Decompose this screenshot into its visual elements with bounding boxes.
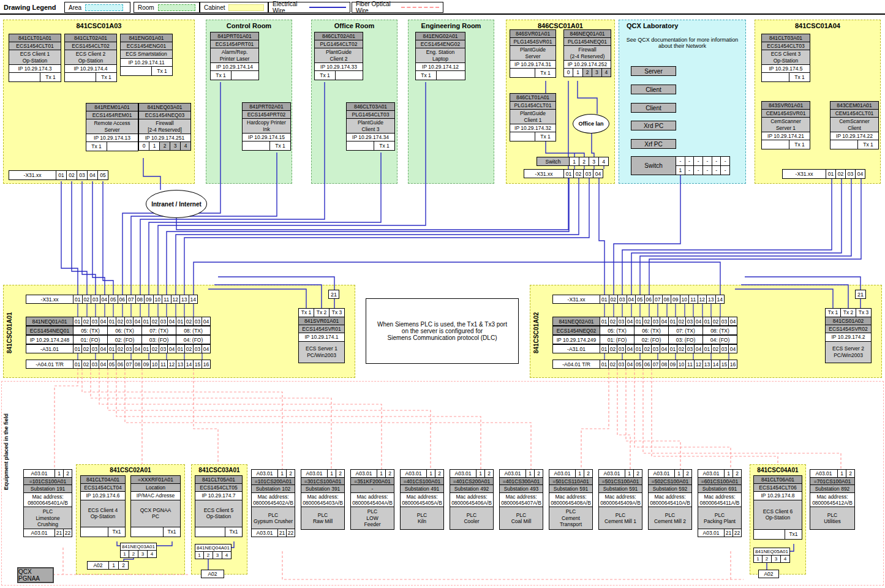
port-cell: 02 <box>116 344 125 353</box>
port-cell: 04 <box>729 344 737 353</box>
device-ip: IP 10.29.174.2 <box>826 333 871 341</box>
port-cell: - <box>685 156 695 166</box>
port-cell: 03 <box>686 344 695 353</box>
plc-box: A03.0112 =401CS200A01 Substation 492 Mac… <box>450 469 494 530</box>
plc-header-label: A03.01 <box>549 470 575 477</box>
port-cell: 4 <box>781 556 790 563</box>
a04-bar-right: -A04.01 T/R 0102030405060708091011121314… <box>552 360 737 369</box>
switch-a31-row-left: -A31.01 01020304010203040102030401020304 <box>26 344 211 353</box>
plc-header-port: 1 <box>625 470 633 477</box>
port-cell: 01 <box>142 344 151 353</box>
port-cell: 09 <box>142 360 151 369</box>
xbar-841csc01a04: -X31.xx 01020304 <box>782 169 865 179</box>
port-cell: 11 <box>689 295 698 304</box>
port-cell: 02 <box>677 317 686 326</box>
device-841svr01a01-server1: Tx 1Tx 2Tx 3 841SVR01A01 ECS1454SVR01 IP… <box>298 308 345 363</box>
tx-port: Tx 2 <box>314 309 329 317</box>
device-ip: IP 10.29.174.15 <box>243 134 290 141</box>
device-name: ECS Server 1 PC/Win2003 <box>299 342 344 363</box>
legend-electrical: Electrical Wire <box>268 2 350 13</box>
device-id: 843CEM01A01 <box>830 102 878 110</box>
switch-ports-row-left: 841NEQ01A01 0102030401020304010203040102… <box>26 317 211 326</box>
plc-substation: Substation 892 <box>810 484 855 493</box>
plc-header-label: A03.01 <box>252 470 277 477</box>
port-cell: 04 <box>626 360 635 369</box>
fo-group-cell: 02: (FO) <box>635 335 669 344</box>
plc-box: A03.0112 =101CS100A01 Substation 191 Mac… <box>23 469 72 537</box>
port-cell: - <box>721 156 730 166</box>
port-cell: 05 <box>109 295 118 304</box>
plc-header-label: A03.01 <box>698 470 724 477</box>
port-cell: 4 <box>599 157 609 166</box>
port-cell: 01 <box>56 170 67 180</box>
device-ip: IP 10.29.174.33 <box>315 63 363 71</box>
port-cell: 13 <box>707 295 716 304</box>
firewall-port: 2 <box>159 142 170 150</box>
device-tag: ECS1454NEQ03 <box>139 111 190 119</box>
port-cell: 08 <box>663 295 672 304</box>
device-id: 846CLT02A01 <box>315 32 363 40</box>
tx-port: Tx1 <box>225 527 242 537</box>
port-cell: 03 <box>617 317 626 326</box>
a31-label: -A31.01 <box>552 344 600 353</box>
port-cell: 04 <box>100 295 110 304</box>
port-cell: 04 <box>856 169 865 179</box>
plc-substation: Substation 591 <box>598 484 642 493</box>
plc-footer-port: 22 <box>63 529 72 537</box>
port-cell: 1 <box>195 552 204 559</box>
fo-group-cell: 04: (FO) <box>176 335 211 344</box>
qcx-server: Server <box>631 66 676 76</box>
xbar-label: -X31.xx <box>9 170 56 180</box>
port-cell: 04 <box>168 344 176 353</box>
blank-cell <box>243 141 269 150</box>
port-cell: 03 <box>91 360 99 369</box>
plc-box: A03.0112 =351KF200A01 - Mac address: 080… <box>350 469 394 530</box>
tx-port: Tx 1 <box>40 73 61 81</box>
firewall-port: 1 <box>573 69 582 77</box>
device-843cem01a01: 843CEM01A01 CEM1454CLT01 CemScanner Clie… <box>830 101 879 149</box>
port-cell: 09 <box>669 360 677 369</box>
plc-box: A03.0112 =101CS200A01 Substation 102 Mac… <box>251 469 295 537</box>
port-cell: - <box>685 165 695 175</box>
port-cell: 4 <box>222 552 232 559</box>
plc-header-port: 1 <box>476 470 484 477</box>
port-cell: 03 <box>720 317 729 326</box>
device-name: ECS Smartstation <box>121 50 172 58</box>
a02-label: A02 <box>758 570 779 578</box>
plc-mac: Mac address: 08000645403A/B <box>301 492 345 507</box>
plc-header-port: 2 <box>63 470 72 477</box>
blank-cell <box>830 140 857 149</box>
plc-header-port: 2 <box>846 470 854 477</box>
tx-port: Tx1 <box>108 527 125 537</box>
plc-id: =501CS100A01 <box>598 477 642 486</box>
device-name: QCX PGNAA PC <box>131 500 180 527</box>
port-cell: 03 <box>652 317 660 326</box>
tx-group-cell: 07: (TX) <box>669 326 703 335</box>
plc-header-port: 2 <box>534 470 543 477</box>
legend-room-label: Room <box>138 4 154 11</box>
port-cell: 02 <box>83 295 92 304</box>
plc-id: =601CS100A01 <box>698 477 742 486</box>
cloud-label: Intranet / Internet <box>151 201 201 208</box>
device-name: ECS Client 3 Op-Station <box>762 50 810 64</box>
device-name: Firewall [2-4 Reserved] <box>139 119 190 134</box>
port-cell: 07 <box>653 295 663 304</box>
plc-id: =501CS110A01 <box>549 477 593 486</box>
tag-21: 21 <box>328 290 339 299</box>
blank-cell <box>81 527 108 537</box>
port-cell: 16 <box>202 360 211 369</box>
device-841clt01a01: 841CLT01A01 ECS1454CLT01 ECS Client 1 Op… <box>9 34 61 82</box>
plc-header-port: 1 <box>724 470 732 477</box>
firewall-port: 2 <box>582 69 592 77</box>
device-name: ECS Server 2 PC/Win2003 <box>826 342 871 363</box>
mini-switch-841neq04a01: 841NEQ04A01 1234 <box>195 544 232 559</box>
plc-id: =101CS200A01 <box>251 477 295 486</box>
plc-header-port: 2 <box>584 470 592 477</box>
a02-label: A02 <box>201 570 224 578</box>
port-cell: 1 <box>120 551 129 558</box>
port-cell: 02 <box>574 169 584 178</box>
device-ip: IP 10.29.174.1 <box>299 333 344 341</box>
switch-id: 841NEQ02A01 <box>552 317 600 326</box>
plc-name: PLC Gypsum Crusher <box>251 507 295 530</box>
port-cell: 01 <box>142 317 151 326</box>
